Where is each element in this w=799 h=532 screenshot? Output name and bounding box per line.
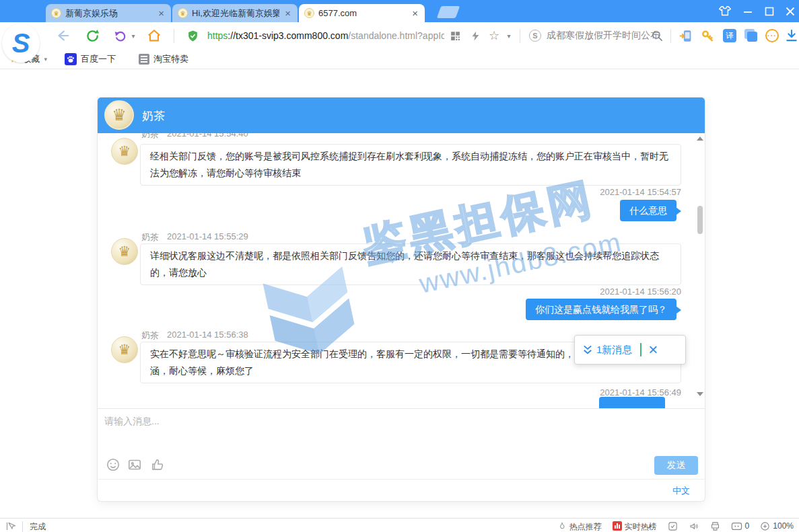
timestamp: 2021-01-14 15:54:57 [600, 187, 681, 197]
casino-favicon-icon: ♛ [304, 8, 314, 18]
lightning-icon [471, 30, 481, 42]
image-upload-button[interactable] [127, 457, 142, 472]
image-icon [127, 457, 142, 472]
scroll-down-icon[interactable] [697, 392, 703, 396]
maximize-icon [763, 5, 776, 18]
sogou-search-icon: S [529, 30, 541, 42]
menu-button[interactable]: ··· [763, 22, 781, 49]
tshirt-icon [718, 4, 732, 19]
user-message: 你们这是赢点钱就给我黑了吗？ [526, 299, 676, 320]
qr-code-icon [450, 30, 461, 42]
new-message-popup[interactable]: 1新消息 × [574, 335, 686, 365]
new-tab-button[interactable] [437, 6, 460, 18]
user-message: 什么意思 [620, 200, 676, 221]
tab-welcome[interactable]: ♛ Hi,欢迎光临新葡京娛樂 × [172, 4, 298, 22]
bookmark-baidu[interactable]: 百度一下 [65, 49, 116, 69]
scroll-up-icon[interactable] [697, 137, 703, 141]
message-input[interactable] [104, 416, 656, 445]
phone-icon [679, 29, 693, 43]
windows-button[interactable] [742, 22, 761, 49]
skin-button[interactable] [718, 0, 732, 22]
chat-header: ♛ 奶茶 [98, 98, 705, 133]
favorite-page-button[interactable]: ☆ [486, 22, 502, 49]
timestamp: 2021-01-14 15:55:29 [167, 231, 248, 243]
rate-button[interactable] [150, 457, 165, 472]
minimize-button[interactable] [741, 0, 755, 22]
mouse-gesture-icon[interactable] [5, 521, 15, 532]
message-meta: 奶茶 2021-01-14 15:55:29 [141, 231, 248, 243]
address-dropdown[interactable]: ▾ [503, 22, 514, 49]
hot-recommend-button[interactable]: 热点推荐 [557, 521, 602, 532]
shield-icon [186, 30, 199, 42]
timestamp: 2021-01-14 15:56:38 [167, 330, 248, 342]
agent-name: 奶茶 [142, 108, 165, 124]
password-button[interactable] [698, 22, 717, 49]
send-to-phone-button[interactable] [676, 22, 695, 49]
translate-icon: 译 [723, 29, 736, 42]
live-hot-list-button[interactable]: 实时热榜 [613, 521, 657, 532]
crown-icon: ♛ [118, 143, 131, 159]
emoji-button[interactable] [106, 457, 120, 472]
agent-avatar: ♛ [104, 100, 134, 130]
printer-icon [710, 521, 720, 531]
mute-button[interactable] [689, 521, 699, 531]
back-arrow-icon [55, 28, 70, 43]
refresh-icon [85, 29, 100, 43]
bookmark-taobao[interactable]: 淘宝特卖 [139, 49, 188, 69]
search-go-button[interactable] [648, 22, 666, 49]
star-icon: ☆ [489, 28, 499, 43]
security-badge[interactable] [183, 22, 202, 49]
back-button[interactable] [53, 22, 73, 49]
agent-avatar: ♛ [111, 138, 138, 165]
flame-icon [557, 521, 567, 531]
print-button[interactable] [710, 521, 720, 531]
zoom-control[interactable]: 100% [760, 521, 794, 531]
status-bar: 完成 热点推荐 实时热榜 [0, 518, 799, 532]
agent-avatar: ♛ [111, 336, 138, 363]
timestamp: 2021-01-14 15:56:49 [600, 387, 681, 397]
layers-icon [744, 29, 758, 42]
language-switch[interactable]: 中文 [672, 485, 690, 497]
send-button[interactable]: 发送 [654, 456, 698, 475]
tab-xinpujing[interactable]: ♛ 新葡京娱乐场 × [46, 4, 171, 22]
translate-button[interactable]: 译 [720, 22, 739, 49]
caret-down-icon: ▾ [507, 32, 510, 40]
sender-name: 奶茶 [141, 133, 159, 141]
download-icon [785, 29, 798, 42]
ad-blocker-button[interactable]: 0 [731, 521, 750, 531]
list-doc-icon [139, 54, 149, 65]
page-content: ♛ 奶茶 奶茶 2021-01-14 15:54:40 ♛ 经相关部门反馈，您的… [0, 70, 799, 518]
qr-code-button[interactable] [447, 22, 463, 49]
home-button[interactable] [144, 22, 164, 49]
bookmark-label: 百度一下 [81, 53, 116, 65]
address-bar[interactable]: https://tx301-svip3.comm800.com/standalo… [207, 22, 444, 49]
popup-close-icon[interactable]: × [648, 342, 658, 358]
maximize-button[interactable] [763, 0, 776, 22]
close-window-button[interactable] [784, 0, 797, 22]
quick-action-button[interactable] [467, 22, 483, 49]
double-chevron-down-icon [582, 344, 594, 356]
zoom-level: 100% [773, 521, 794, 531]
speaker-icon [689, 521, 699, 531]
downloads-button[interactable] [782, 22, 799, 49]
scrollbar-thumb[interactable] [697, 206, 703, 234]
hot-recommend-label: 热点推荐 [569, 521, 602, 532]
url-path: /standalone.html?appId=H3 [348, 30, 444, 41]
new-message-label[interactable]: 1新消息 [596, 344, 632, 356]
chat-scrollbar[interactable] [697, 135, 703, 407]
page-check-button[interactable] [668, 521, 678, 531]
undo-button[interactable] [110, 22, 131, 49]
agent-avatar: ♛ [111, 238, 138, 265]
chat-footer: 中文 [98, 479, 705, 501]
minimize-icon [741, 5, 755, 18]
tab-6577[interactable]: ♛ 6577.com × [299, 4, 425, 22]
sogou-logo[interactable]: S [2, 24, 40, 63]
ad-block-icon [731, 521, 742, 531]
refresh-button[interactable] [82, 22, 102, 49]
undo-dropdown-icon[interactable]: ▾ [129, 22, 137, 49]
page-status: 完成 [30, 521, 46, 532]
tab-close-icon[interactable]: × [283, 8, 292, 18]
tab-close-icon[interactable]: × [411, 8, 419, 18]
tab-close-icon[interactable]: × [157, 8, 166, 18]
search-box[interactable]: 成都寒假放假开学时间公布 [547, 22, 660, 49]
